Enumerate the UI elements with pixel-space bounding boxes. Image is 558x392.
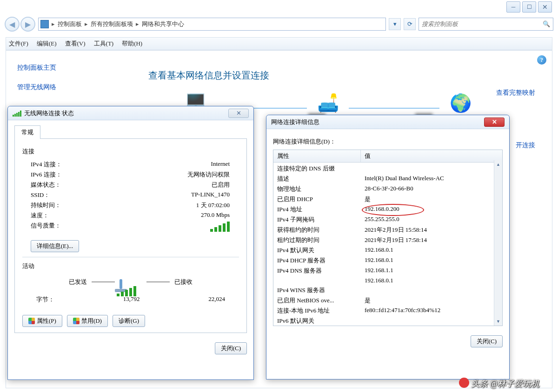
activity-line: [92, 281, 115, 282]
breadcrumb-arrow-1: ▸: [85, 20, 88, 28]
minimize-button[interactable]: ─: [506, 1, 520, 13]
tab-general[interactable]: 常规: [14, 125, 40, 139]
details-close-button[interactable]: ✕: [484, 118, 505, 127]
menu-file[interactable]: 文件(F): [9, 39, 28, 48]
detail-row[interactable]: 已启用 DHCP是: [273, 194, 502, 204]
globe-icon: 🌍: [448, 91, 473, 116]
forward-button[interactable]: ▶: [20, 17, 35, 32]
detail-property: [273, 277, 361, 284]
signal-icon: [13, 110, 21, 117]
details-button[interactable]: 详细信息(E)...: [31, 240, 79, 252]
bytes-label: 字节：: [36, 295, 54, 304]
scrollbar[interactable]: ▲ ▼: [494, 160, 502, 326]
scroll-up-icon[interactable]: ▲: [494, 160, 502, 169]
menu-help[interactable]: 帮助(H): [122, 39, 142, 48]
detail-row[interactable]: 已启用 NetBIOS ove...是: [273, 295, 502, 306]
detail-row[interactable]: IPv4 地址192.168.0.200: [273, 204, 502, 215]
detail-value: 192.168.0.200: [361, 205, 502, 214]
detail-row[interactable]: 获得租约的时间2021年2月19日 15:58:14: [273, 225, 502, 235]
detail-property: 已启用 DHCP: [273, 195, 361, 203]
kv-signal: 信号质量：: [22, 221, 239, 235]
pc-activity-icon: [120, 276, 142, 288]
wireless-status-dialog: 无线网络连接 状态 ✕ 常规 连接 IPv4 连接：Internet IPv6 …: [7, 106, 254, 380]
address-bar[interactable]: ▸ 控制面板 ▸ 所有控制面板项 ▸ 网络和共享中心: [38, 18, 386, 31]
side-link-wireless[interactable]: 管理无线网络: [17, 83, 56, 91]
details-dialog-title: 网络连接详细信息: [271, 118, 319, 126]
status-close-button[interactable]: ✕: [228, 109, 249, 118]
addr-dropdown[interactable]: ▾: [389, 18, 401, 30]
detail-row[interactable]: 租约过期的时间2021年2月19日 17:58:14: [273, 235, 502, 245]
breadcrumb-item-1[interactable]: 所有控制面板项: [91, 20, 133, 28]
details-close-footer-button[interactable]: 关闭(C): [471, 335, 503, 347]
detail-property: 描述: [273, 175, 361, 183]
breadcrumb-item-2[interactable]: 网络和共享中心: [142, 20, 184, 28]
side-links: 控制面板主页 管理无线网络: [17, 64, 56, 91]
view-full-map-link[interactable]: 查看完整映射: [496, 89, 535, 97]
signal-icon: [117, 286, 136, 296]
detail-row[interactable]: IPv4 默认网关192.168.0.1: [273, 245, 502, 255]
kv-duration: 持续时间：1 天 07:02:00: [22, 200, 239, 210]
details-dialog-title-bar[interactable]: 网络连接详细信息 ✕: [266, 115, 509, 129]
menu-tools[interactable]: 工具(T): [94, 39, 114, 48]
menu-view[interactable]: 查看(V): [65, 39, 86, 48]
activity-diagram: 已发送 已接收: [22, 276, 239, 288]
detail-row[interactable]: 连接特定的 DNS 后缀: [273, 163, 502, 174]
detail-value: [361, 317, 502, 325]
watermark: 头条 @林子爱玩机: [459, 376, 539, 389]
detail-row[interactable]: IPv4 WINS 服务器: [273, 285, 502, 295]
window-controls: ─ ☐ ✕: [505, 0, 553, 14]
detail-value: 是: [361, 195, 502, 203]
detail-row[interactable]: 连接-本地 IPv6 地址fe80::fd12:471a:70fc:93b4%1…: [273, 306, 502, 316]
bytes-recv: 22,024: [208, 295, 225, 304]
footer-buttons: 关闭(C): [14, 342, 247, 354]
disable-button[interactable]: 禁用(D): [67, 315, 108, 327]
detail-property: 获得租约的时间: [273, 226, 361, 234]
detail-property: IPv4 地址: [273, 205, 361, 214]
detail-row[interactable]: 192.168.0.1: [273, 276, 502, 285]
detail-value: 255.255.255.0: [361, 216, 502, 224]
button-row: 属性(P) 禁用(D) 诊断(G): [22, 315, 239, 327]
shield-icon: [73, 318, 80, 324]
side-link-home[interactable]: 控制面板主页: [17, 64, 56, 72]
maximize-button[interactable]: ☐: [522, 1, 536, 13]
detail-value: 192.168.0.1: [361, 246, 502, 255]
search-icon[interactable]: 🔍: [543, 20, 550, 28]
col-value[interactable]: 值: [361, 150, 502, 162]
detail-property: IPv4 WINS 服务器: [273, 286, 361, 294]
refresh-button[interactable]: ⟳: [404, 18, 416, 30]
kv-media: 媒体状态：已启用: [22, 180, 239, 190]
diagnose-button[interactable]: 诊断(G): [113, 315, 145, 327]
menu-bar: 文件(F) 编辑(E) 查看(V) 工具(T) 帮助(H): [6, 37, 552, 50]
search-input[interactable]: [422, 20, 543, 28]
menu-edit[interactable]: 编辑(E): [37, 39, 57, 48]
open-connection-link[interactable]: 开连接: [516, 141, 535, 150]
details-table: 属性 值 连接特定的 DNS 后缀描述Intel(R) Dual Band Wi…: [273, 150, 503, 326]
detail-row[interactable]: IPv4 子网掩码255.255.255.0: [273, 215, 502, 225]
close-button[interactable]: ✕: [538, 1, 552, 13]
detail-property: IPv6 默认网关: [273, 317, 361, 325]
back-button[interactable]: ◀: [5, 17, 20, 32]
router-icon: 🛋️: [315, 91, 340, 116]
details-footer: 关闭(C): [273, 335, 503, 347]
detail-value: 192.168.0.1: [361, 256, 502, 265]
properties-button[interactable]: 属性(P): [22, 315, 62, 327]
breadcrumb-arrow-0: ▸: [52, 20, 55, 28]
search-box: 🔍: [418, 18, 553, 31]
detail-row[interactable]: 物理地址28-C6-3F-20-66-B0: [273, 184, 502, 194]
scroll-down-icon[interactable]: ▼: [494, 317, 502, 326]
detail-row[interactable]: IPv4 DNS 服务器192.168.1.1: [273, 266, 502, 276]
detail-value: fe80::fd12:471a:70fc:93b4%12: [361, 307, 502, 315]
activity-line: [146, 281, 170, 282]
help-icon[interactable]: ?: [537, 55, 546, 65]
detail-row[interactable]: IPv4 DHCP 服务器192.168.0.1: [273, 255, 502, 266]
status-dialog-title-bar[interactable]: 无线网络连接 状态 ✕: [8, 106, 253, 120]
detail-row[interactable]: IPv6 默认网关: [273, 316, 502, 326]
detail-property: 已启用 NetBIOS ove...: [273, 296, 361, 305]
detail-row[interactable]: 描述Intel(R) Dual Band Wireless-AC: [273, 174, 502, 184]
breadcrumb-item-0[interactable]: 控制面板: [58, 20, 82, 28]
status-close-footer-button[interactable]: 关闭(C): [215, 342, 247, 354]
section-connection: 连接: [22, 147, 239, 156]
breadcrumb-arrow-2: ▸: [136, 20, 139, 28]
col-property[interactable]: 属性: [273, 150, 361, 162]
details-dialog-body: 网络连接详细信息(D)： 属性 值 连接特定的 DNS 后缀描述Intel(R)…: [266, 129, 509, 352]
